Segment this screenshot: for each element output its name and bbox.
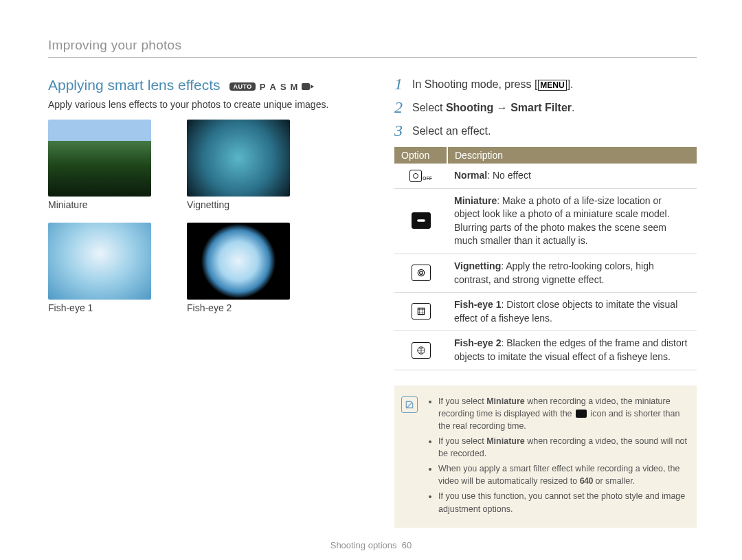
thumbnail-miniature: [48, 120, 151, 197]
table-row: Fish-eye 2: Blacken the edges of the fra…: [394, 331, 697, 370]
effects-table: Option Description OFF Normal: No effect…: [394, 147, 697, 370]
intro-text: Apply various lens effects to your photo…: [48, 99, 364, 110]
mode-p: P: [260, 82, 266, 92]
opt-name: Vignetting: [454, 260, 501, 271]
note-item: If you use this function, you cannot set…: [438, 490, 687, 515]
table-row: Miniature: Make a photo of a life-size l…: [394, 188, 697, 254]
page-footer: Shooting options 60: [0, 540, 742, 550]
caption-fisheye1: Fish-eye 1: [48, 302, 151, 313]
mode-indicators: AUTO P A S M: [229, 82, 314, 92]
note-item: If you select Miniature when recording a…: [438, 395, 687, 432]
mode-auto-icon: AUTO: [229, 82, 255, 91]
step-number: 2: [394, 99, 412, 115]
normal-off-icon: OFF: [409, 170, 432, 182]
step-3: 3 Select an effect.: [394, 124, 697, 139]
effect-gallery: Miniature Vignetting Fish-eye 1 Fish-eye…: [48, 120, 364, 313]
opt-name: Miniature: [454, 195, 497, 206]
note-icon: [401, 396, 418, 413]
miniature-inline-icon: [576, 410, 587, 418]
note-item: When you apply a smart filter effect whi…: [438, 462, 687, 487]
step-2: 2 Select Shooting → Smart Filter.: [394, 100, 697, 115]
opt-name: Normal: [454, 170, 487, 181]
caption-fisheye2: Fish-eye 2: [187, 302, 290, 313]
step-2-pre: Select: [412, 102, 446, 113]
thumbnail-fisheye2: [187, 223, 290, 300]
menu-button-icon: MENU: [538, 80, 566, 91]
divider: [48, 57, 697, 58]
caption-vignetting: Vignetting: [187, 199, 290, 210]
note-box: If you select Miniature when recording a…: [394, 385, 697, 528]
thumbnail-fisheye1: [48, 223, 151, 300]
fisheye1-icon: [412, 303, 431, 320]
mode-m: M: [291, 82, 298, 92]
caption-miniature: Miniature: [48, 199, 151, 210]
table-row: Fish-eye 1: Distort close objects to imi…: [394, 293, 697, 331]
opt-name: Fish-eye 2: [454, 337, 501, 348]
step-number: 3: [394, 122, 412, 139]
svg-point-2: [419, 271, 423, 275]
mode-s: S: [280, 82, 286, 92]
mode-video-icon: [302, 83, 314, 90]
step-2-post: .: [572, 102, 574, 113]
miniature-icon: [412, 212, 431, 229]
thumbnail-vignetting: [187, 120, 290, 197]
step-1: 1 In Shooting mode, press [MENU].: [394, 77, 697, 92]
resolution-640-icon: 640: [580, 476, 593, 486]
step-number: 1: [394, 76, 412, 92]
step-1-post: ].: [567, 78, 574, 90]
footer-page: 60: [402, 540, 412, 550]
vignetting-icon: [412, 265, 431, 281]
opt-name: Fish-eye 1: [454, 299, 501, 310]
page-title: Applying smart lens effects: [48, 77, 221, 93]
svg-rect-0: [417, 220, 425, 223]
step-1-pre: In Shooting mode, press [: [412, 78, 537, 90]
col-option: Option: [394, 147, 447, 164]
breadcrumb: Improving your photos: [48, 38, 697, 53]
table-row: OFF Normal: No effect: [394, 164, 697, 188]
note-item: If you select Miniature when recording a…: [438, 435, 687, 460]
table-row: Vignetting: Apply the retro-looking colo…: [394, 254, 697, 292]
fisheye2-icon: [412, 342, 431, 359]
step-3-text: Select an effect.: [412, 124, 491, 139]
footer-section: Shooting options: [330, 540, 397, 550]
step-2-strong: Shooting → Smart Filter: [446, 102, 572, 113]
svg-point-1: [418, 270, 424, 276]
col-description: Description: [447, 147, 697, 164]
mode-a: A: [269, 82, 276, 92]
opt-desc: : No effect: [487, 170, 531, 181]
